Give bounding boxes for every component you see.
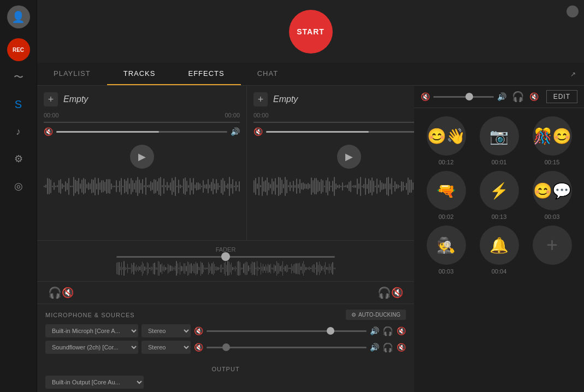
effect-button-8[interactable]: 🔔 xyxy=(480,225,519,265)
mic2-mute-btn[interactable]: 🔇 xyxy=(397,343,406,352)
external-link-icon[interactable]: ↗ xyxy=(570,63,584,85)
sidebar-item-rec[interactable]: REC xyxy=(7,38,30,61)
fader-section: FADER xyxy=(37,241,414,282)
mic2-mode-select[interactable]: Stereo xyxy=(141,341,191,354)
output-row: Built-in Output [Core Au... xyxy=(45,376,406,389)
content-area: + Empty 00:00 00:00 🔇 🔊 xyxy=(37,86,584,392)
mic1-volume-knob[interactable] xyxy=(327,327,334,335)
effect-cell-9: + xyxy=(528,225,576,275)
effect-cell-3: 🎊😊 00:15 xyxy=(528,116,576,165)
fader-knob[interactable] xyxy=(221,252,230,261)
output-device-select[interactable]: Built-in Output [Core Au... xyxy=(45,376,144,389)
fx-volume-knob[interactable] xyxy=(465,93,473,100)
mic-section: MICROPHONE & SOURCES ⚙ AUTO-DUCKING Buil… xyxy=(37,304,414,363)
mic2-volume-knob[interactable] xyxy=(222,343,230,351)
effect-button-6[interactable]: 😊💬 xyxy=(533,171,572,210)
effect-time-5: 00:13 xyxy=(492,213,507,220)
effect-time-6: 00:03 xyxy=(545,213,560,220)
top-bar: START xyxy=(37,0,584,63)
effect-button-2[interactable]: 📷 xyxy=(480,116,519,156)
tab-bar: PLAYLIST TRACKS EFFECTS CHAT ↗ xyxy=(37,63,584,86)
mic2-headphone-icon[interactable]: 🎧 xyxy=(382,342,393,353)
tab-effects[interactable]: EFFECTS xyxy=(172,63,240,85)
tab-tracks[interactable]: TRACKS xyxy=(107,63,172,85)
bottom-controls: 🎧 🔇 🎧 🔇 xyxy=(37,282,414,304)
sidebar-item-target[interactable]: ◎ xyxy=(7,175,30,198)
mic1-mute-btn[interactable]: 🔇 xyxy=(397,326,406,335)
avatar[interactable]: 👤 xyxy=(7,5,30,28)
effect-button-3[interactable]: 🎊😊 xyxy=(533,116,572,156)
effect-time-2: 00:01 xyxy=(492,159,507,165)
effect-button-9[interactable]: + xyxy=(533,225,572,265)
fx-volume-slider[interactable] xyxy=(433,96,494,98)
track2-headphone-icon[interactable]: 🎧 xyxy=(377,286,391,299)
fx-headphone-icon[interactable]: 🎧 xyxy=(512,91,524,103)
effects-grid: 😊👋 00:12 📷 00:01 🎊😊 00:15 🔫 00:02 ⚡ xyxy=(414,108,584,283)
track-slot-1: + Empty 00:00 00:00 🔇 🔊 xyxy=(37,86,247,240)
effect-button-1[interactable]: 😊👋 xyxy=(427,116,466,156)
mic1-headphone-icon[interactable]: 🎧 xyxy=(382,326,393,336)
tab-playlist[interactable]: PLAYLIST xyxy=(37,63,107,85)
effect-time-4: 00:02 xyxy=(439,213,454,220)
track2-header: + Empty xyxy=(253,92,414,106)
track2-timebar: 00:00 00:00 xyxy=(253,112,414,118)
track2-play-button[interactable]: ▶ xyxy=(337,145,361,169)
main-panel: START PLAYLIST TRACKS EFFECTS CHAT ↗ + E… xyxy=(37,0,584,392)
track1-headphone-icon[interactable]: 🎧 xyxy=(48,286,62,299)
track1-add-button[interactable]: + xyxy=(44,92,58,106)
effect-cell-6: 😊💬 00:03 xyxy=(528,171,576,220)
sidebar-item-settings[interactable]: ⚙ xyxy=(7,147,30,170)
track1-mute-btn[interactable]: 🔇 xyxy=(62,287,74,299)
fader-track[interactable] xyxy=(116,256,335,258)
effect-button-5[interactable]: ⚡ xyxy=(480,171,519,210)
fader-waveform xyxy=(116,261,335,276)
mic2-mute-icon[interactable]: 🔇 xyxy=(194,343,203,352)
mic1-mute-icon[interactable]: 🔇 xyxy=(194,326,203,335)
track2-add-button[interactable]: + xyxy=(253,92,268,106)
sidebar: 👤 REC 〜 S ♪ ⚙ ◎ xyxy=(0,0,37,392)
effect-time-8: 00:04 xyxy=(492,268,507,275)
mic2-device-select[interactable]: Soundflower (2ch) [Cor... xyxy=(45,341,138,354)
effect-button-4[interactable]: 🔫 xyxy=(427,171,466,210)
sidebar-item-skype[interactable]: S xyxy=(7,93,30,116)
fx-vol-icon: 🔊 xyxy=(497,92,506,101)
gear-icon: ⚙ xyxy=(351,312,356,318)
track1-play-button[interactable]: ▶ xyxy=(130,145,154,169)
start-button[interactable]: START xyxy=(289,10,333,54)
track2-waveform xyxy=(253,175,414,197)
track1-title: Empty xyxy=(63,94,88,104)
output-section: OUTPUT Built-in Output [Core Au... xyxy=(37,363,414,392)
fx-mute-icon[interactable]: 🔇 xyxy=(421,92,430,101)
track2-volume-slider[interactable] xyxy=(266,131,414,133)
effect-time-7: 00:03 xyxy=(439,268,454,275)
mic2-vol-icon: 🔊 xyxy=(370,343,379,352)
mic-header: MICROPHONE & SOURCES ⚙ AUTO-DUCKING xyxy=(45,310,406,320)
effect-time-3: 00:15 xyxy=(545,159,560,165)
track2-controls: 🔇 🔊 xyxy=(253,127,414,136)
effects-edit-button[interactable]: EDIT xyxy=(546,90,577,103)
mic1-device-select[interactable]: Built-in Microph [Core A... xyxy=(45,324,138,337)
effect-button-7[interactable]: 🕵 xyxy=(427,225,466,265)
tab-chat[interactable]: CHAT xyxy=(241,63,294,85)
mic2-volume-slider[interactable] xyxy=(207,347,367,348)
mic1-mode-select[interactable]: Stereo xyxy=(141,324,191,337)
track2-mute-btn[interactable]: 🔇 xyxy=(391,287,403,299)
sidebar-item-stats[interactable]: 〜 xyxy=(7,66,30,88)
track1-volume-slider[interactable] xyxy=(56,131,227,133)
track1-waveform: // Waveform bars will be injected below xyxy=(44,175,240,197)
track1-vol-icon: 🔊 xyxy=(231,127,240,136)
effects-header: 🔇 🔊 🎧 🔇 EDIT xyxy=(414,86,584,108)
mic1-volume-slider[interactable] xyxy=(207,330,367,332)
effect-cell-2: 📷 00:01 xyxy=(475,116,523,165)
track2-mute-icon[interactable]: 🔇 xyxy=(253,127,263,136)
mic1-vol-icon: 🔊 xyxy=(370,326,379,335)
track1-mute-icon[interactable]: 🔇 xyxy=(44,127,53,136)
track1-header: + Empty xyxy=(44,92,240,106)
sidebar-item-music[interactable]: ♪ xyxy=(7,120,30,143)
effect-cell-4: 🔫 00:02 xyxy=(422,171,470,220)
fx-mute-btn[interactable]: 🔇 xyxy=(529,92,539,101)
mic-section-title: MICROPHONE & SOURCES xyxy=(45,312,135,318)
auto-duck-button[interactable]: ⚙ AUTO-DUCKING xyxy=(346,310,406,320)
effect-time-1: 00:12 xyxy=(439,159,454,165)
mic-row-2: Soundflower (2ch) [Cor... Stereo 🔇 🔊 🎧 🔇 xyxy=(45,341,406,354)
